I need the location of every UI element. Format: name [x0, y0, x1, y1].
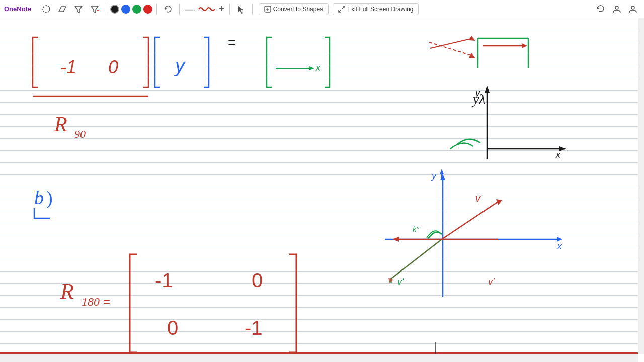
- svg-text:0: 0: [252, 269, 263, 291]
- svg-text:-1: -1: [155, 269, 173, 291]
- svg-text:x: x: [555, 150, 561, 160]
- svg-marker-56: [440, 169, 444, 174]
- r90-label: R 90: [54, 113, 86, 140]
- app-title: OneNote: [4, 5, 31, 13]
- canvas-area[interactable]: -1 0 y = x R: [0, 18, 644, 354]
- svg-text:R: R: [60, 279, 74, 304]
- eraser-tool-btn[interactable]: [55, 2, 69, 16]
- svg-text:-1: -1: [245, 317, 263, 339]
- svg-text:=: =: [103, 295, 110, 308]
- svg-text:yλ: yλ: [471, 91, 486, 107]
- svg-line-10: [342, 6, 345, 9]
- svg-text:R: R: [54, 113, 67, 136]
- filter-tool-btn[interactable]: [71, 2, 86, 16]
- separator-2: [156, 4, 157, 15]
- svg-marker-20: [309, 66, 314, 70]
- svg-text:0: 0: [108, 57, 118, 77]
- svg-text:=: =: [228, 35, 236, 50]
- svg-text:y: y: [174, 55, 186, 76]
- exit-fullscreen-icon: [338, 6, 345, 13]
- svg-text:0: 0: [167, 317, 178, 339]
- svg-marker-2: [59, 7, 66, 12]
- svg-line-66: [390, 239, 442, 280]
- rotation-diagram: x y k° v v': [385, 169, 562, 297]
- svg-text:y: y: [431, 171, 437, 181]
- svg-point-13: [631, 6, 634, 9]
- svg-marker-48: [522, 43, 527, 48]
- svg-text:v': v': [397, 277, 404, 287]
- svg-marker-50: [440, 174, 445, 180]
- svg-marker-6: [238, 6, 244, 14]
- plus-tool[interactable]: +: [219, 4, 224, 14]
- settings-btn[interactable]: [626, 2, 640, 16]
- matrix-y-bracket: y: [155, 37, 209, 87]
- r180-matrix: R 180 = -1 0 0 -1: [60, 254, 296, 352]
- svg-text:b: b: [34, 187, 44, 208]
- svg-marker-4: [91, 6, 98, 13]
- separator-5: [252, 4, 253, 15]
- coord-system-1: x y yλ: [429, 36, 566, 160]
- lasso-tool-btn[interactable]: [39, 2, 53, 16]
- svg-line-58: [442, 202, 498, 239]
- drawing-svg: -1 0 y = x R: [0, 18, 644, 354]
- svg-text:180: 180: [82, 295, 100, 308]
- convert-btn-label: Convert to Shapes: [273, 6, 323, 13]
- svg-text:v: v: [475, 193, 481, 204]
- toolbar-right-actions: [594, 2, 640, 16]
- convert-to-shapes-btn[interactable]: Convert to Shapes: [259, 3, 329, 15]
- select-tool-btn[interactable]: [234, 2, 248, 16]
- green-matrix-top: x: [267, 37, 330, 87]
- svg-text:v': v': [488, 277, 495, 287]
- svg-text:k°: k°: [413, 225, 420, 233]
- thin-line-tool[interactable]: —: [185, 4, 195, 14]
- scrollbar-bottom[interactable]: [0, 354, 638, 362]
- separator-3: [179, 4, 180, 15]
- svg-point-0: [43, 6, 50, 13]
- svg-text:x: x: [315, 63, 321, 73]
- svg-marker-3: [75, 6, 82, 13]
- squiggle-tool[interactable]: [198, 4, 216, 14]
- svg-marker-41: [469, 53, 475, 58]
- color-blue[interactable]: [121, 5, 130, 14]
- replay-tool-btn[interactable]: [161, 2, 175, 16]
- b-label: b ): [34, 187, 53, 218]
- matrix-top-left: -1 0: [33, 37, 148, 96]
- account-btn[interactable]: [610, 2, 624, 16]
- svg-line-40: [429, 42, 473, 56]
- separator-1: [106, 4, 106, 15]
- exit-fullscreen-btn[interactable]: Exit Full Screen Drawing: [333, 3, 419, 15]
- exit-btn-label: Exit Full Screen Drawing: [347, 6, 413, 13]
- separator-4: [229, 4, 230, 15]
- toolbar: OneNote — +: [0, 0, 644, 18]
- color-red[interactable]: [143, 5, 152, 14]
- convert-icon: [264, 6, 271, 13]
- svg-point-12: [615, 6, 618, 9]
- svg-text:-1: -1: [60, 57, 76, 77]
- svg-text:x: x: [557, 241, 562, 251]
- svg-line-11: [339, 10, 341, 12]
- color-green[interactable]: [132, 5, 141, 14]
- color-black[interactable]: [110, 5, 119, 14]
- svg-text:): ): [46, 187, 53, 209]
- filter2-tool-btn[interactable]: [88, 2, 102, 16]
- undo-btn[interactable]: [594, 2, 608, 16]
- svg-marker-65: [392, 237, 399, 242]
- svg-text:90: 90: [74, 128, 86, 140]
- svg-marker-46: [469, 36, 475, 41]
- svg-line-45: [430, 38, 473, 48]
